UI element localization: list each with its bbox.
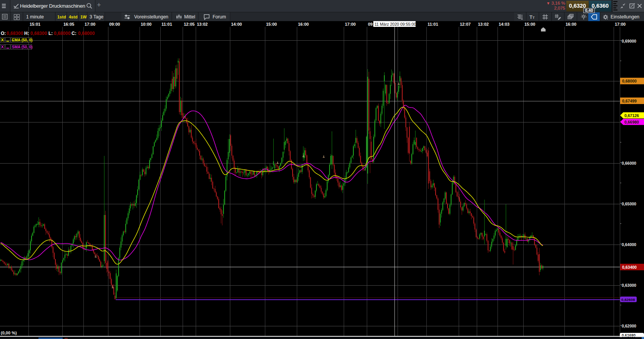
svg-text:16:00: 16:00 bbox=[298, 22, 309, 26]
svg-text:15:00: 15:00 bbox=[524, 22, 535, 26]
svg-text:0,68000: 0,68000 bbox=[78, 31, 95, 36]
svg-text:11:01: 11:01 bbox=[161, 22, 172, 26]
svg-text:0,66000: 0,66000 bbox=[622, 161, 636, 165]
svg-text:C:: C: bbox=[72, 31, 77, 36]
svg-text:O:: O: bbox=[1, 31, 6, 36]
svg-text:14:00: 14:00 bbox=[231, 22, 242, 26]
svg-text:H:: H: bbox=[24, 31, 29, 36]
svg-text:15:01: 15:01 bbox=[30, 22, 40, 26]
svg-text:0,68000: 0,68000 bbox=[54, 31, 71, 36]
svg-text:11:01: 11:01 bbox=[428, 22, 438, 26]
svg-text:0,68300: 0,68300 bbox=[7, 31, 23, 36]
svg-text:0,67126: 0,67126 bbox=[624, 113, 639, 118]
svg-text:0,68300: 0,68300 bbox=[30, 31, 47, 36]
svg-text:17:00: 17:00 bbox=[85, 22, 95, 26]
svg-text:EMA (50, 0): EMA (50, 0) bbox=[12, 38, 33, 42]
svg-text:11 März 2020 09:55:00: 11 März 2020 09:55:00 bbox=[374, 22, 416, 26]
svg-text:0,65000: 0,65000 bbox=[622, 202, 636, 206]
svg-text:16:05: 16:05 bbox=[63, 22, 74, 26]
svg-text:12:05: 12:05 bbox=[184, 22, 195, 26]
svg-text:0,63400: 0,63400 bbox=[622, 265, 637, 270]
svg-text:0,67499: 0,67499 bbox=[622, 99, 637, 103]
svg-text:SMA (50, 0): SMA (50, 0) bbox=[12, 45, 33, 49]
svg-text:17:00: 17:00 bbox=[345, 22, 356, 26]
svg-text:(0,00 %): (0,00 %) bbox=[1, 331, 17, 335]
svg-text:17:00: 17:00 bbox=[615, 22, 626, 26]
svg-text:16:00: 16:00 bbox=[566, 22, 576, 26]
svg-text:10:00: 10:00 bbox=[141, 22, 151, 26]
svg-text:0,62000: 0,62000 bbox=[622, 324, 636, 328]
svg-text:0,69000: 0,69000 bbox=[622, 39, 636, 43]
svg-text:X: X bbox=[1, 45, 4, 49]
svg-text:12:07: 12:07 bbox=[460, 22, 471, 26]
svg-text:13:02: 13:02 bbox=[478, 22, 489, 26]
svg-text:0,63000: 0,63000 bbox=[622, 283, 636, 288]
svg-text:14:03: 14:03 bbox=[499, 22, 509, 26]
svg-text:13:02: 13:02 bbox=[197, 22, 208, 26]
svg-text:0,68000: 0,68000 bbox=[622, 79, 637, 83]
svg-text:X: X bbox=[1, 38, 4, 42]
svg-text:15:00: 15:00 bbox=[266, 22, 277, 26]
svg-text:0,66980: 0,66980 bbox=[624, 120, 639, 124]
svg-text:0,62608: 0,62608 bbox=[621, 298, 635, 302]
svg-text:L:: L: bbox=[48, 31, 53, 36]
svg-text:0,64000: 0,64000 bbox=[622, 242, 636, 247]
svg-text:09:00: 09:00 bbox=[109, 22, 120, 26]
